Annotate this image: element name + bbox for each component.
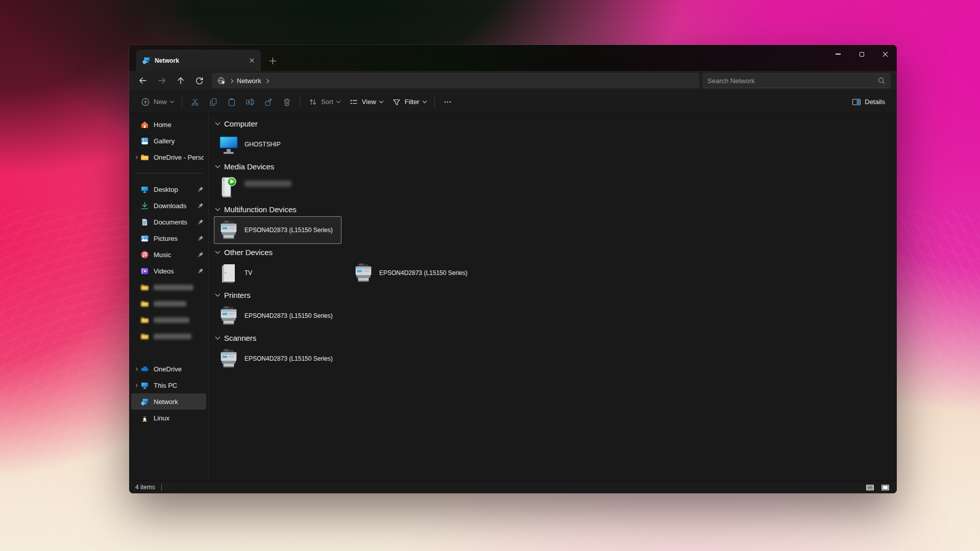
thumbnail-view-toggle[interactable]: [879, 482, 891, 492]
chevron-down-icon: [379, 99, 383, 103]
sidebar-item-gallery[interactable]: Gallery: [131, 133, 206, 149]
refresh-button[interactable]: [190, 72, 209, 89]
item-label: EPSON4D2873 (L15150 Series): [379, 269, 468, 277]
sidebar-item-redacted[interactable]: [131, 279, 206, 295]
copy-button[interactable]: [204, 94, 223, 110]
breadcrumb-segment[interactable]: Network: [237, 77, 261, 85]
tab-bar: Network: [129, 45, 897, 71]
sidebar-item-documents[interactable]: Documents: [131, 214, 206, 230]
share-button[interactable]: [259, 94, 278, 110]
delete-button[interactable]: [278, 94, 296, 110]
item-label: TV: [244, 269, 252, 277]
section-header[interactable]: Other Devices: [214, 246, 889, 258]
breadcrumb[interactable]: Network: [212, 73, 699, 88]
maximize-icon: [860, 52, 864, 57]
chevron-down-icon: [422, 99, 426, 103]
section-header[interactable]: Computer: [214, 117, 889, 130]
music-icon: [140, 250, 149, 259]
search-input[interactable]: Search Network: [702, 73, 891, 88]
toolbar-divider: [434, 96, 435, 108]
cut-button[interactable]: [186, 94, 204, 110]
sidebar-item-music[interactable]: Music: [131, 246, 206, 263]
sidebar-item-linux[interactable]: Linux: [131, 410, 206, 426]
details-pane-button[interactable]: Details: [847, 94, 890, 110]
network-icon: [140, 397, 149, 406]
sidebar-item-label: Downloads: [154, 202, 197, 210]
sidebar-item-redacted[interactable]: [131, 312, 206, 328]
thumbnail-view-icon: [881, 484, 890, 491]
section-header[interactable]: Scanners: [214, 332, 889, 344]
item-epson-other-device[interactable]: EPSON4D2873 (L15150 Series): [349, 259, 476, 287]
item-tv[interactable]: TV: [214, 259, 341, 287]
command-toolbar: New Sort View: [129, 91, 897, 113]
document-icon: [140, 217, 149, 227]
item-epson-multifunction[interactable]: EPSON4D2873 (L15150 Series): [214, 216, 341, 244]
sort-button[interactable]: Sort: [304, 94, 345, 110]
up-button[interactable]: [171, 72, 190, 89]
computer-monitor-icon: [217, 133, 240, 156]
item-label: EPSON4D2873 (L15150 Series): [244, 312, 333, 319]
section-header[interactable]: Multifunction Devices: [214, 203, 889, 215]
pictures-icon: [140, 234, 149, 243]
folder-icon: [140, 299, 149, 308]
status-divider: [161, 484, 162, 491]
sidebar-item-home[interactable]: Home: [131, 116, 206, 133]
gallery-icon: [140, 136, 149, 145]
sidebar-item-this-pc[interactable]: This PC: [131, 377, 206, 393]
back-button[interactable]: [133, 72, 152, 89]
tab-title: Network: [155, 57, 242, 64]
sidebar-item-onedrive[interactable]: OneDrive: [131, 361, 206, 377]
item-epson-scanner[interactable]: EPSON4D2873 (L15150 Series): [214, 345, 341, 372]
sidebar-item-videos[interactable]: Videos: [131, 263, 206, 279]
sidebar-separator: [135, 173, 202, 173]
chevron-expand-icon[interactable]: [134, 384, 138, 387]
section-printers: Printers EPSON4D2873 (L15150 Series): [214, 289, 889, 330]
sidebar-item-downloads[interactable]: Downloads: [131, 197, 206, 214]
rename-button[interactable]: [241, 94, 259, 110]
chevron-down-icon: [170, 99, 174, 103]
item-media-device[interactable]: [214, 173, 341, 201]
forward-button[interactable]: [152, 72, 171, 89]
minimize-button[interactable]: [826, 45, 850, 63]
paste-button[interactable]: [223, 94, 241, 110]
filter-button[interactable]: Filter: [387, 94, 431, 110]
section-header[interactable]: Printers: [214, 289, 889, 301]
minimize-icon: [836, 54, 841, 54]
chevron-down-icon: [215, 334, 220, 339]
sidebar-item-onedrive-personal[interactable]: OneDrive - Persona: [131, 149, 206, 165]
item-epson-printer[interactable]: EPSON4D2873 (L15150 Series): [214, 302, 341, 330]
rename-icon: [246, 97, 255, 107]
sidebar-item-redacted[interactable]: [131, 328, 206, 344]
sidebar-item-label: Network: [154, 398, 204, 406]
back-arrow-icon: [138, 76, 148, 86]
search-placeholder: Search Network: [707, 77, 877, 85]
item-ghostship[interactable]: GHOSTSHIP: [214, 131, 341, 158]
section-computer: Computer GHOSTSHIP: [214, 117, 889, 158]
sidebar-item-redacted[interactable]: [131, 295, 206, 312]
pin-icon: [197, 219, 204, 225]
more-options-button[interactable]: [438, 94, 457, 110]
section-title: Scanners: [224, 334, 256, 342]
sidebar-item-network[interactable]: Network: [131, 393, 206, 410]
filter-funnel-icon: [392, 97, 401, 107]
section-header[interactable]: Media Devices: [214, 160, 889, 172]
sidebar-item-label: Home: [154, 121, 204, 129]
chevron-expand-icon[interactable]: [134, 367, 138, 371]
address-bar: Network Search Network: [129, 71, 897, 91]
view-button[interactable]: View: [345, 94, 387, 110]
chevron-expand-icon[interactable]: [134, 156, 138, 159]
new-button[interactable]: New: [136, 94, 178, 110]
tab-close-button[interactable]: [247, 56, 257, 66]
sidebar-item-desktop[interactable]: Desktop: [131, 181, 206, 197]
tab-network[interactable]: Network: [136, 50, 261, 71]
list-view-toggle[interactable]: [864, 482, 875, 492]
redacted-label: [154, 301, 186, 307]
share-icon: [264, 97, 273, 107]
maximize-button[interactable]: [850, 45, 873, 63]
section-title: Other Devices: [224, 248, 273, 257]
cut-icon: [190, 97, 200, 107]
sidebar-item-pictures[interactable]: Pictures: [131, 230, 206, 246]
new-tab-button[interactable]: [264, 52, 281, 69]
close-button[interactable]: [873, 45, 897, 63]
section-scanners: Scanners EPSON4D2873 (L15150 Series): [214, 332, 889, 372]
